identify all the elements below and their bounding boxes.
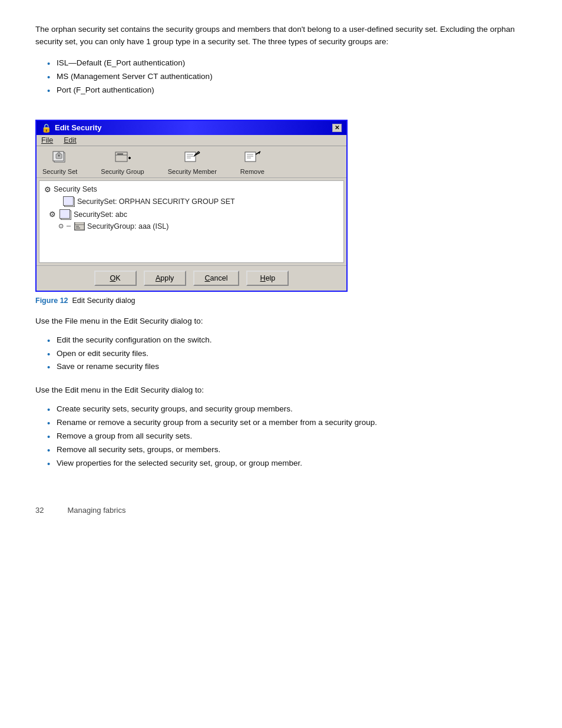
file-bullet-1: Edit the security configuration on the s… xyxy=(47,334,527,347)
secgroup-aaa-label: SecurityGroup: aaa (ISL) xyxy=(87,222,168,230)
dialog-menubar: File Edit xyxy=(37,135,346,146)
footer-section: Managing fabrics xyxy=(67,506,125,515)
tree-root-item: ⚙ Security Sets xyxy=(44,185,339,195)
page-footer: 32 Managing fabrics xyxy=(35,506,527,515)
edit-bullet-1: Create security sets, security groups, a… xyxy=(47,403,527,416)
ok-button[interactable]: OK xyxy=(94,271,137,286)
apply-button[interactable]: Apply xyxy=(144,271,186,286)
secset-icon-abc xyxy=(59,209,71,220)
toolbar-security-set[interactable]: Security Set xyxy=(42,150,77,175)
security-member-icon xyxy=(183,150,201,166)
file-menu-intro: Use the File menu in the Edit Security d… xyxy=(35,315,527,328)
security-group-icon: ▬▬ xyxy=(113,150,132,166)
intro-paragraph: The orphan security set contains the sec… xyxy=(35,24,527,48)
dialog-title-text: Edit Security xyxy=(55,123,101,132)
dialog-titlebar: 🔒 Edit Security ✕ xyxy=(37,121,346,135)
cancel-button[interactable]: Cancel xyxy=(193,271,240,286)
svg-point-3 xyxy=(58,154,59,156)
svg-rect-17 xyxy=(245,152,256,162)
edit-security-dialog: 🔒 Edit Security ✕ File Edit Se xyxy=(35,120,348,292)
toolbar-remove-label: Remove xyxy=(240,168,265,175)
dialog-close-button[interactable]: ✕ xyxy=(332,124,342,132)
orphan-secset-label: SecuritySet: ORPHAN SECURITY GROUP SET xyxy=(77,197,235,206)
toolbar-security-member-label: Security Member xyxy=(168,168,217,175)
tree-secset-abc[interactable]: ⚙ SecuritySet: abc xyxy=(44,209,339,220)
toolbar-security-set-label: Security Set xyxy=(42,168,77,175)
figure-caption: Figure 12 Edit Security dialog xyxy=(35,297,527,305)
help-button[interactable]: Help xyxy=(246,271,289,286)
dialog-content-area: ⚙ Security Sets SecuritySet: ORPHAN SECU… xyxy=(39,180,344,263)
svg-text:▬▬: ▬▬ xyxy=(117,151,123,155)
dialog-title-icon: 🔒 xyxy=(41,123,51,133)
file-menu-bullets: Edit the security configuration on the s… xyxy=(47,334,527,374)
toolbar-security-group[interactable]: ▬▬ Security Group xyxy=(101,150,144,175)
toolbar-remove[interactable]: Remove xyxy=(240,150,265,175)
toolbar-security-group-label: Security Group xyxy=(101,168,144,175)
edit-bullet-4: Remove all security sets, groups, or mem… xyxy=(47,443,527,457)
svg-rect-26 xyxy=(76,228,80,229)
file-bullet-2: Open or edit security files. xyxy=(47,347,527,361)
edit-bullet-3: Remove a group from all security sets. xyxy=(47,430,527,443)
plug-icon: ⚙ xyxy=(49,210,56,219)
bullet-item: MS (Management Server CT authentication) xyxy=(47,70,527,84)
svg-rect-25 xyxy=(76,226,79,227)
tree-root-label: Security Sets xyxy=(54,185,97,193)
figure-caption-text: Edit Security dialog xyxy=(72,297,135,305)
tree-secgroup-aaa[interactable]: ⊙ ─ SecurityGroup: aaa (ISL) xyxy=(44,222,339,231)
page-number: 32 xyxy=(35,506,44,515)
edit-menu-intro: Use the Edit menu in the Edit Security d… xyxy=(35,384,527,397)
menu-file[interactable]: File xyxy=(41,136,53,144)
dialog-buttons: OK Apply Cancel Help xyxy=(37,265,346,291)
dialog-titlebar-left: 🔒 Edit Security xyxy=(41,123,101,133)
edit-bullet-5: View properties for the selected securit… xyxy=(47,457,527,470)
menu-edit[interactable]: Edit xyxy=(64,136,77,144)
root-plug-icon: ⚙ xyxy=(44,185,51,194)
group-icon-aaa xyxy=(74,222,85,230)
file-bullet-3: Save or rename security files xyxy=(47,360,527,374)
security-tree: ⚙ Security Sets SecuritySet: ORPHAN SECU… xyxy=(44,185,339,231)
expand-icon: ⊙ xyxy=(58,222,64,230)
secset-icon xyxy=(63,196,75,207)
edit-menu-bullets: Create security sets, security groups, a… xyxy=(47,403,527,470)
dialog-toolbar: Security Set ▬▬ Security Group xyxy=(37,146,346,178)
edit-bullet-2: Rename or remove a security group from a… xyxy=(47,416,527,430)
intro-bullets: ISL—Default (E_Port authentication) MS (… xyxy=(47,57,527,97)
figure-label: Figure 12 xyxy=(35,297,68,305)
tree-orphan-item[interactable]: SecuritySet: ORPHAN SECURITY GROUP SET xyxy=(44,196,339,207)
dash-icon: ─ xyxy=(67,223,71,229)
bullet-item: Port (F_Port authentication) xyxy=(47,84,527,97)
remove-icon xyxy=(243,150,262,166)
toolbar-security-member[interactable]: Security Member xyxy=(168,150,217,175)
security-set-icon xyxy=(51,150,70,166)
secset-abc-label: SecuritySet: abc xyxy=(74,210,127,219)
bullet-item: ISL—Default (E_Port authentication) xyxy=(47,57,527,70)
